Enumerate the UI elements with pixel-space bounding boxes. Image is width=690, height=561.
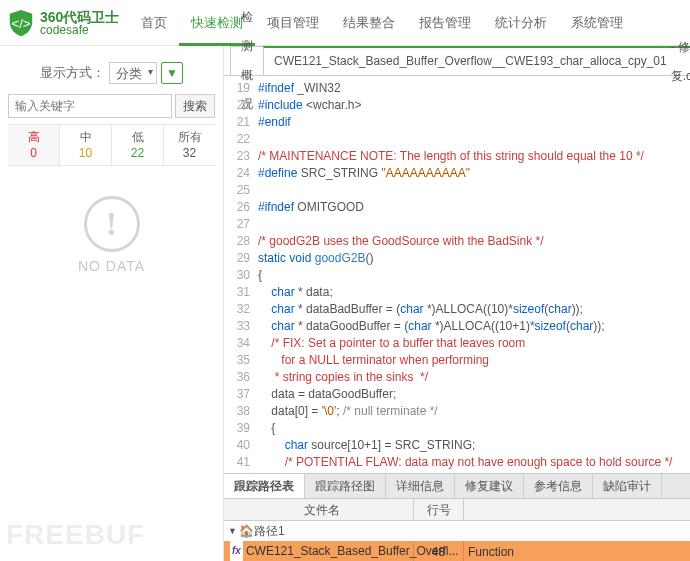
col-line: 行号 [414,499,464,520]
exclamation-icon: ! [84,196,140,252]
tab-file[interactable]: CWE121_Stack_Based_Buffer_Overflow__CWE1… [263,46,690,75]
col-filename: 文件名 [224,499,414,520]
search-button[interactable]: 搜索 [175,94,215,118]
bottom-tab-1[interactable]: 跟踪路径图 [305,474,386,498]
function-icon: fx [230,540,243,561]
svg-text:</>: </> [12,15,31,30]
severity-tab-2[interactable]: 低22 [112,125,164,165]
severity-tab-3[interactable]: 所有32 [164,125,215,165]
no-data: ! NO DATA [8,196,215,274]
display-mode-select[interactable]: 分类 [109,62,157,84]
nav-item-4[interactable]: 报告管理 [407,0,483,46]
trace-row[interactable]: fxCWE121_Stack_Based_Buffer_Overfl... 48… [224,541,690,561]
display-label: 显示方式： [40,64,105,82]
search-input[interactable] [8,94,172,118]
severity-tab-1[interactable]: 中10 [60,125,112,165]
col-desc [464,499,690,520]
bottom-tab-3[interactable]: 修复建议 [455,474,524,498]
logo: </> 360代码卫士 codesafe [0,8,129,38]
brand-sub: codesafe [40,24,119,36]
bottom-tab-2[interactable]: 详细信息 [386,474,455,498]
watermark: FREEBUF [6,519,145,551]
path-tree-node[interactable]: ▼ 🏠 路径1 [224,521,690,541]
filter-button[interactable]: ▼ [161,62,183,84]
nav-item-5[interactable]: 统计分析 [483,0,559,46]
nav-item-3[interactable]: 结果整合 [331,0,407,46]
code-editor[interactable]: 19#ifndef _WIN3220#include <wchar.h>21#e… [224,76,690,473]
brand-title: 360代码卫士 [40,10,119,24]
folder-icon: 🏠 [239,524,254,538]
shield-icon: </> [6,8,36,38]
nav-item-0[interactable]: 首页 [129,0,179,46]
bottom-tab-4[interactable]: 参考信息 [524,474,593,498]
nav-item-6[interactable]: 系统管理 [559,0,635,46]
bottom-tab-0[interactable]: 跟踪路径表 [224,474,305,498]
chevron-down-icon: ▼ [228,526,237,536]
nav-item-2[interactable]: 项目管理 [255,0,331,46]
tab-overview[interactable]: 检测概况 [230,46,264,75]
bottom-tab-5[interactable]: 缺陷审计 [593,474,662,498]
severity-tab-0[interactable]: 高0 [8,125,60,165]
